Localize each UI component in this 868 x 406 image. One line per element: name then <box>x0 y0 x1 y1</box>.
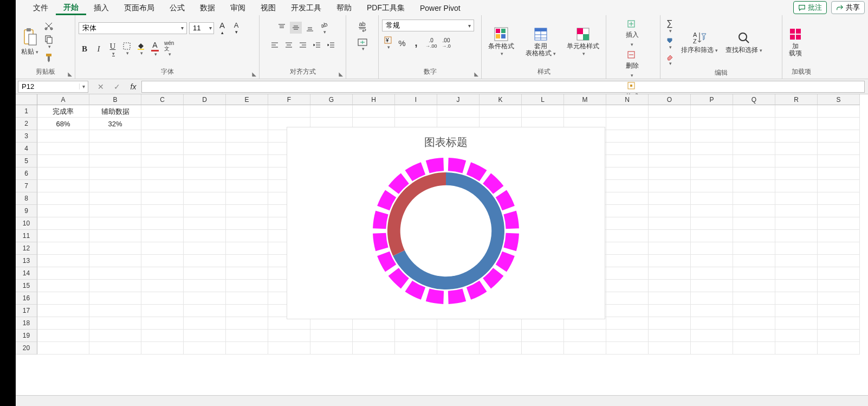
cell[interactable] <box>775 305 818 317</box>
cell[interactable] <box>141 105 184 118</box>
cell[interactable] <box>89 167 141 180</box>
cell[interactable] <box>818 230 860 242</box>
decrease-decimal-button[interactable]: .00→.0 <box>441 36 452 50</box>
font-name-combo[interactable]: ▾ <box>79 22 187 34</box>
cell[interactable] <box>691 342 733 355</box>
cell[interactable] <box>184 118 226 130</box>
cell[interactable] <box>606 305 649 317</box>
font-name-input[interactable] <box>79 24 178 32</box>
donut-chart[interactable] <box>370 155 522 307</box>
cell[interactable] <box>522 330 564 342</box>
cell[interactable] <box>268 342 310 355</box>
row-header[interactable]: 13 <box>16 255 37 267</box>
insert-cells-button[interactable]: 插入 <box>610 18 653 48</box>
cell[interactable] <box>691 192 733 205</box>
cell[interactable] <box>818 130 860 143</box>
cell[interactable] <box>141 217 184 230</box>
cell[interactable] <box>818 280 860 292</box>
cell[interactable] <box>141 155 184 167</box>
cell[interactable] <box>37 217 89 230</box>
font-size-combo[interactable]: ▾ <box>189 22 214 34</box>
align-left-button[interactable] <box>269 39 281 51</box>
find-select-button[interactable]: 查找和选择 <box>723 29 765 55</box>
increase-decimal-button[interactable]: .0→.00 <box>424 36 438 50</box>
cell[interactable] <box>606 330 649 342</box>
cell[interactable] <box>775 180 818 192</box>
column-header[interactable]: K <box>480 94 522 105</box>
embedded-chart[interactable]: 图表标题 <box>287 127 605 319</box>
cell[interactable] <box>649 255 691 267</box>
select-all-corner[interactable] <box>16 94 37 105</box>
row-header[interactable]: 7 <box>16 180 37 192</box>
row-header[interactable]: 14 <box>16 267 37 280</box>
cell[interactable] <box>395 342 437 355</box>
cell[interactable] <box>184 255 226 267</box>
cell[interactable] <box>184 292 226 305</box>
cell[interactable] <box>775 143 818 155</box>
border-button[interactable] <box>121 41 133 57</box>
cell[interactable] <box>691 305 733 317</box>
fill-button[interactable] <box>664 36 676 51</box>
decrease-indent-button[interactable] <box>311 39 323 51</box>
row-header[interactable]: 18 <box>16 317 37 330</box>
cell[interactable] <box>37 317 89 330</box>
cell[interactable] <box>775 105 818 118</box>
cell[interactable] <box>141 230 184 242</box>
cell[interactable] <box>606 242 649 255</box>
cell[interactable] <box>691 180 733 192</box>
cell[interactable] <box>89 230 141 242</box>
cell[interactable] <box>184 180 226 192</box>
cell[interactable] <box>775 242 818 255</box>
cell[interactable] <box>89 205 141 217</box>
cell[interactable] <box>818 242 860 255</box>
cell[interactable] <box>184 155 226 167</box>
cell[interactable]: 完成率 <box>37 105 89 118</box>
cell[interactable] <box>818 118 860 130</box>
increase-font-button[interactable]: A▴ <box>216 20 228 36</box>
cell[interactable] <box>89 267 141 280</box>
tab-help[interactable]: 帮助 <box>329 1 359 14</box>
cell[interactable] <box>564 342 606 355</box>
accounting-format-button[interactable]: ¥ <box>382 35 394 51</box>
cell[interactable] <box>522 105 564 118</box>
cell[interactable] <box>733 167 775 180</box>
cell[interactable] <box>733 255 775 267</box>
cell[interactable] <box>37 342 89 355</box>
cell[interactable] <box>184 217 226 230</box>
cell[interactable] <box>606 105 649 118</box>
cell[interactable] <box>141 267 184 280</box>
tab-home[interactable]: 开始 <box>56 1 86 15</box>
cell[interactable] <box>226 330 268 342</box>
cell[interactable] <box>649 230 691 242</box>
align-top-button[interactable] <box>276 22 288 34</box>
tab-insert[interactable]: 插入 <box>86 1 116 14</box>
cell[interactable] <box>818 342 860 355</box>
cell[interactable] <box>733 292 775 305</box>
cell[interactable] <box>37 280 89 292</box>
cell[interactable] <box>184 105 226 118</box>
cell[interactable] <box>141 130 184 143</box>
cell[interactable] <box>691 242 733 255</box>
cell[interactable] <box>353 330 395 342</box>
conditional-format-button[interactable]: 条件格式 <box>485 25 518 59</box>
cell[interactable]: 32% <box>89 118 141 130</box>
cell[interactable] <box>649 330 691 342</box>
cell[interactable] <box>733 118 775 130</box>
cell[interactable] <box>437 330 480 342</box>
clipboard-dialog-launcher[interactable] <box>66 70 74 78</box>
cell[interactable] <box>141 330 184 342</box>
cell[interactable] <box>184 167 226 180</box>
cell[interactable] <box>184 130 226 143</box>
cell[interactable] <box>184 205 226 217</box>
align-bottom-button[interactable] <box>304 22 316 34</box>
decrease-font-button[interactable]: A▾ <box>230 20 242 36</box>
align-right-button[interactable] <box>297 39 309 51</box>
align-center-button[interactable] <box>283 39 295 51</box>
cell[interactable]: 68% <box>37 118 89 130</box>
cell[interactable] <box>226 242 268 255</box>
cell[interactable] <box>564 330 606 342</box>
delete-cells-button[interactable]: 删除 <box>610 49 653 79</box>
row-header[interactable]: 1 <box>16 105 37 118</box>
cell[interactable] <box>818 217 860 230</box>
cell[interactable] <box>691 167 733 180</box>
